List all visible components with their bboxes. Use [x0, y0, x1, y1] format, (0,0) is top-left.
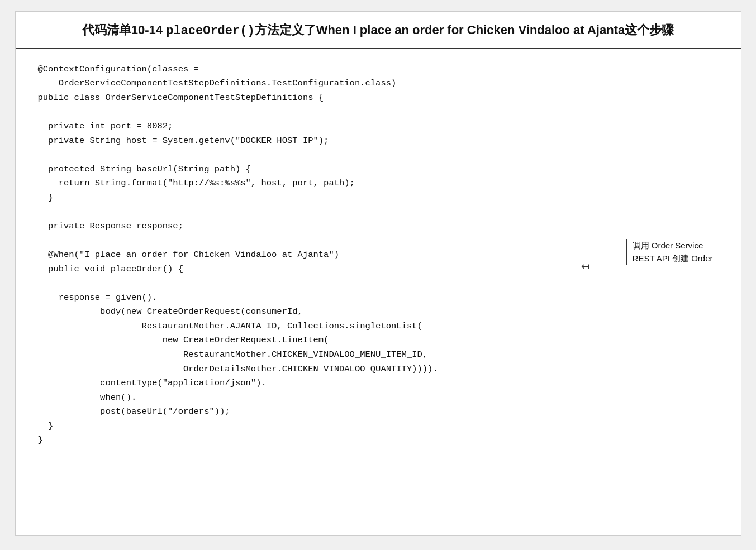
code-block: @ContextConfiguration(classes = OrderSer… — [38, 63, 719, 448]
title-suffix-zh: 方法定义了 — [255, 23, 316, 37]
annotation-container: 调用 Order Service REST API 创建 Order ↤ — [626, 239, 713, 265]
title-prefix: 代码清单10-14 — [82, 23, 166, 37]
page-container: 代码清单10-14 placeOrder()方法定义了When I place … — [15, 11, 741, 536]
code-section: @ContextConfiguration(classes = OrderSer… — [16, 49, 741, 465]
annotation-line2: REST API 创建 Order — [633, 254, 713, 263]
title-method: placeOrder() — [166, 24, 254, 38]
annotation-line1: 调用 Order Service — [633, 241, 703, 250]
page-title: 代码清单10-14 placeOrder()方法定义了When I place … — [32, 22, 724, 40]
annotation-arrow: ↤ — [581, 260, 589, 272]
title-suffix-en: When I place an order for Chicken Vindal… — [316, 23, 625, 37]
title-section: 代码清单10-14 placeOrder()方法定义了When I place … — [16, 12, 741, 49]
annotation-box: 调用 Order Service REST API 创建 Order — [626, 239, 713, 265]
title-suffix-zh2: 这个步骤 — [625, 23, 674, 37]
